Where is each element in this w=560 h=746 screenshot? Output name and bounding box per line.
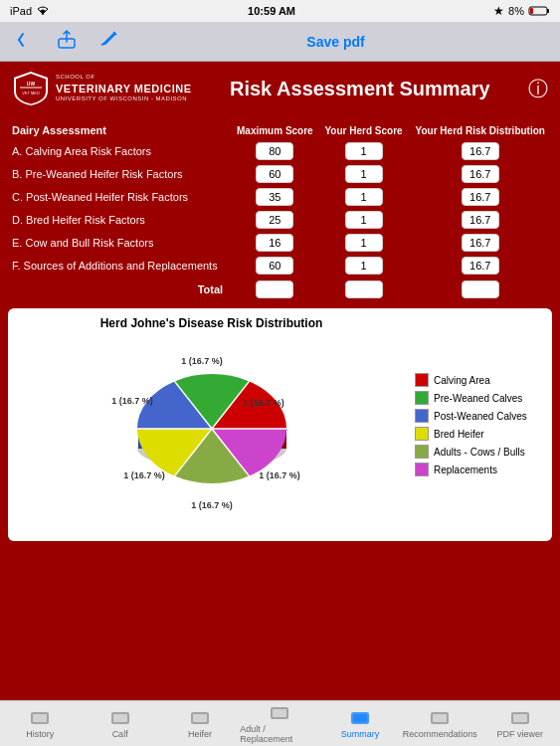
- svg-rect-19: [193, 714, 207, 722]
- tab-icon-6: [509, 709, 531, 727]
- logo-text: SCHOOL OF VETERINARY MEDICINE University…: [56, 74, 192, 103]
- table-row-5: F. Sources of Additions and Replacements…: [8, 254, 552, 277]
- row-label-2: C. Post-Weaned Heifer Risk Factors: [8, 185, 231, 208]
- tab-summary[interactable]: Summary: [320, 701, 400, 746]
- row-max-1: 60: [231, 162, 318, 185]
- toolbar: Save pdf: [0, 22, 560, 62]
- chart-title: Herd Johne's Disease Risk Distribution: [16, 316, 407, 330]
- assessment-table: Dairy Assessment Maximum Score Your Herd…: [8, 121, 552, 302]
- row-dist-4: 16.7: [409, 231, 553, 254]
- legend-item-3: Bred Heifer: [415, 427, 544, 441]
- time-display: 10:59 AM: [248, 5, 295, 17]
- save-pdf-button[interactable]: Save pdf: [306, 34, 364, 50]
- university-logo: UW VET MED: [12, 70, 50, 107]
- status-bar: iPad 10:59 AM ★ 8%: [0, 0, 560, 22]
- svg-rect-17: [113, 714, 127, 722]
- app-header: UW VET MED SCHOOL OF VETERINARY MEDICINE…: [0, 62, 560, 115]
- svg-rect-21: [273, 709, 286, 717]
- tab-adult--replacement[interactable]: Adult / Replacement: [240, 701, 319, 746]
- row-max-2: 35: [231, 185, 318, 208]
- row-max-5: 60: [231, 254, 318, 277]
- svg-rect-3: [530, 8, 533, 14]
- legend-color-1: [415, 391, 429, 405]
- table-row-4: E. Cow and Bull Risk Factors 16 1 16.7: [8, 231, 552, 254]
- row-score-5: 1: [319, 254, 409, 277]
- tab-calf[interactable]: Calf: [80, 701, 159, 746]
- row-max-4: 16: [231, 231, 318, 254]
- bluetooth-icon: ★: [493, 4, 504, 18]
- total-score-cell: 6: [319, 277, 409, 302]
- tab-bar: History Calf Heifer Adult / Replacement: [0, 700, 560, 746]
- row-dist-2: 16.7: [409, 185, 553, 208]
- legend-label-2: Post-Weaned Calves: [434, 411, 527, 422]
- row-max-0: 80: [231, 139, 318, 162]
- battery-label: 8%: [508, 5, 524, 17]
- col-header-assessment: Dairy Assessment: [8, 121, 231, 139]
- row-dist-3: 16.7: [409, 208, 553, 231]
- tab-icon-2: [189, 709, 211, 727]
- row-label-4: E. Cow and Bull Risk Factors: [8, 231, 231, 254]
- pie-svg: 1 (16.7 %) 1 (16.7 %) 1 (16.7 %) 1 (16.7…: [102, 334, 321, 533]
- legend-item-2: Post-Weaned Calves: [415, 409, 544, 423]
- svg-rect-27: [513, 714, 527, 722]
- legend-item-1: Pre-Weaned Calves: [415, 391, 544, 405]
- legend-color-5: [415, 463, 429, 476]
- legend-label-0: Calving Area: [434, 375, 490, 386]
- legend-color-4: [415, 445, 429, 459]
- legend-item-5: Replacements: [415, 463, 544, 476]
- wifi-icon: [36, 6, 50, 16]
- table-row-0: A. Calving Area Risk Factors 80 1 16.7: [8, 139, 552, 162]
- tab-icon-5: [429, 709, 451, 727]
- legend-item-0: Calving Area: [415, 373, 544, 387]
- back-icon: [16, 30, 36, 50]
- tab-label-2: Heifer: [188, 729, 212, 739]
- tab-icon-0: [29, 709, 51, 727]
- legend-color-2: [415, 409, 429, 423]
- total-row: Total 276 6 100: [8, 277, 552, 302]
- row-score-3: 1: [319, 208, 409, 231]
- table-row-3: D. Bred Heifer Risk Factors 25 1 16.7: [8, 208, 552, 231]
- pie-label-3: 1 (16.7 %): [123, 470, 165, 480]
- table-row-2: C. Post-Weaned Heifer Risk Factors 35 1 …: [8, 185, 552, 208]
- tab-label-5: Recommendations: [403, 729, 477, 739]
- edit-button[interactable]: [93, 25, 123, 58]
- tab-label-1: Calf: [112, 729, 128, 739]
- info-icon[interactable]: ⓘ: [528, 76, 548, 102]
- legend-color-3: [415, 427, 429, 441]
- row-label-0: A. Calving Area Risk Factors: [8, 139, 231, 162]
- tab-pdf-viewer[interactable]: PDF viewer: [480, 701, 560, 746]
- legend-label-3: Bred Heifer: [434, 429, 484, 440]
- legend-label-1: Pre-Weaned Calves: [434, 393, 522, 404]
- svg-rect-2: [547, 9, 549, 13]
- table-row-1: B. Pre-Weaned Heifer Risk Factors 60 1 1…: [8, 162, 552, 185]
- chart-area: Herd Johne's Disease Risk Distribution: [8, 308, 552, 541]
- svg-text:UW: UW: [27, 81, 36, 87]
- col-header-dist: Your Herd Risk Distribution: [409, 121, 553, 139]
- pie-label-1: 1 (16.7 %): [181, 356, 223, 366]
- pie-label-0: 1 (16.7 %): [243, 398, 284, 408]
- total-score-box: 6: [345, 280, 383, 298]
- page-title: Risk Assessment Summary: [204, 78, 516, 100]
- row-score-0: 1: [319, 139, 409, 162]
- back-button[interactable]: [12, 26, 40, 57]
- tab-icon-3: [269, 704, 290, 722]
- row-score-2: 1: [319, 185, 409, 208]
- tab-heifer[interactable]: Heifer: [160, 701, 240, 746]
- tab-label-6: PDF viewer: [496, 729, 543, 739]
- main-content: Dairy Assessment Maximum Score Your Herd…: [0, 115, 560, 700]
- share-button[interactable]: [52, 25, 82, 58]
- tab-icon-4: [349, 709, 371, 727]
- row-dist-0: 16.7: [409, 139, 553, 162]
- row-label-1: B. Pre-Weaned Heifer Risk Factors: [8, 162, 231, 185]
- logo-area: UW VET MED SCHOOL OF VETERINARY MEDICINE…: [12, 70, 192, 107]
- battery-icon: [528, 5, 550, 17]
- pie-label-2: 1 (16.7 %): [111, 396, 153, 406]
- tab-history[interactable]: History: [0, 701, 80, 746]
- tab-recommendations[interactable]: Recommendations: [400, 701, 479, 746]
- svg-rect-23: [353, 714, 367, 722]
- total-dist-cell: 100: [409, 277, 553, 302]
- row-dist-1: 16.7: [409, 162, 553, 185]
- total-max-cell: 276: [231, 277, 318, 302]
- row-label-3: D. Bred Heifer Risk Factors: [8, 208, 231, 231]
- total-dist-box: 100: [462, 280, 499, 298]
